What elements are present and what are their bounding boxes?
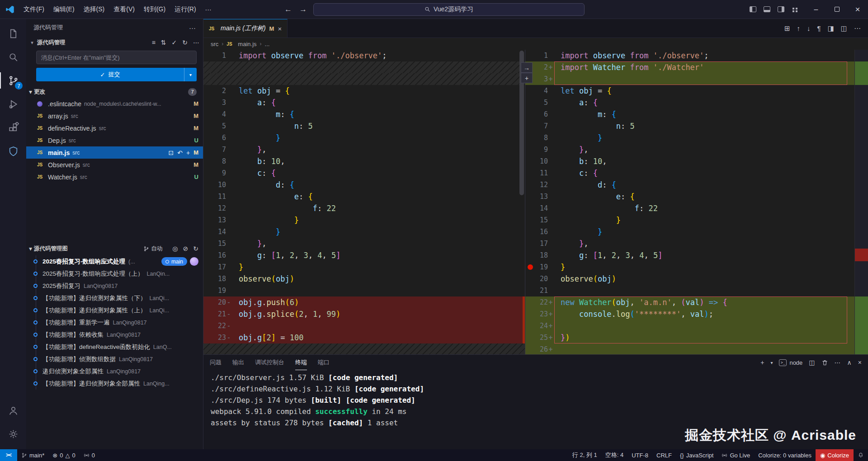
panel-tab-active[interactable]: 终端 — [295, 355, 307, 370]
commit-row[interactable]: 2025春招复习-数组响应式处理（上）LanQin... — [26, 268, 203, 280]
extensions-icon[interactable] — [0, 116, 26, 139]
diff-next-icon[interactable]: → — [521, 62, 533, 73]
panel-more-icon[interactable]: ⋯ — [835, 359, 841, 366]
scm-file-row[interactable]: JSmain.jssrc⊡↶+M — [26, 146, 203, 159]
menu-item[interactable]: 转到(G) — [139, 4, 170, 14]
code-line[interactable]: 16 g: [1, 2, 3, 4, 5] — [203, 249, 525, 261]
discard-changes-icon[interactable]: ↶ — [177, 149, 183, 156]
toggle-panel-icon[interactable] — [764, 6, 770, 12]
run-debug-icon[interactable] — [0, 92, 26, 116]
toggle-sidebar-icon[interactable] — [750, 6, 756, 12]
code-line[interactable]: 7 }, — [203, 144, 525, 155]
maximize-button[interactable] — [826, 0, 847, 19]
commit-dropdown-icon[interactable]: ▾ — [184, 68, 197, 81]
code-line[interactable]: 2let obj = { — [203, 85, 525, 97]
code-line[interactable]: 3 a: { — [203, 97, 525, 108]
code-line[interactable]: 12 d: { — [525, 179, 868, 191]
code-line[interactable]: 23-obj.g[2] = 100 — [203, 332, 525, 343]
remote-indicator[interactable]: >< — [0, 449, 17, 461]
code-line[interactable]: 16 } — [525, 226, 868, 238]
more-actions-icon[interactable]: ⋯ — [854, 24, 861, 33]
menu-item[interactable]: 编辑(E) — [49, 4, 79, 14]
panel-collapse-icon[interactable]: ∧ — [847, 359, 852, 366]
graph-auto-button[interactable]: 自动 — [143, 245, 162, 253]
commit-button[interactable]: ✓ 提交 ▾ — [36, 68, 197, 81]
back-icon[interactable]: ← — [283, 5, 293, 14]
graph-section-header[interactable]: ▾ 源代码管理图 自动 ◎⊘↻ — [26, 242, 203, 255]
code-line[interactable]: 21-obj.g.splice(2, 1, 99) — [203, 308, 525, 320]
command-center-search[interactable]: Vue2源码学习 — [313, 3, 585, 16]
code-line[interactable]: 1import observe from './observe'; — [525, 50, 868, 61]
go-live-button[interactable]: Go Live — [717, 449, 754, 461]
code-line[interactable]: 17} — [203, 261, 525, 273]
code-line[interactable]: 19 — [203, 285, 525, 296]
diff-modified-pane[interactable]: 1import observe from './observe';2+impor… — [525, 50, 868, 354]
encoding[interactable]: UTF-8 — [627, 449, 652, 461]
code-line[interactable]: 19} — [525, 261, 868, 273]
indentation[interactable]: 空格: 4 — [601, 449, 627, 461]
menu-more-icon[interactable]: ··· — [202, 4, 215, 15]
code-line[interactable]: 10 b: 10, — [525, 155, 868, 167]
commit-row[interactable]: 【功能新增】defineReactive函数初始化LanQ... — [26, 341, 203, 353]
source-control-icon[interactable]: 7 — [0, 69, 26, 92]
open-preview-icon[interactable]: ◨ — [828, 24, 834, 33]
split-editor-icon[interactable]: ◫ — [841, 24, 847, 33]
code-line[interactable]: 22+new Watcher(obj, 'a.m.n', (val) => { — [525, 296, 868, 308]
commit-row[interactable]: 2025春招复习-数组响应式处理(...main — [26, 255, 203, 268]
code-line[interactable]: 21 — [525, 285, 868, 296]
kill-terminal-icon[interactable] — [821, 359, 828, 366]
commit-row[interactable]: 【功能新增】侦测数组数据LanQing0817 — [26, 353, 203, 365]
colorize-button[interactable]: ◉ Colorize — [816, 449, 854, 461]
notifications-bell[interactable] — [854, 449, 868, 461]
commit-row[interactable]: 2025春招复习LanQing0817 — [26, 280, 203, 292]
code-line[interactable]: 9 c: { — [203, 167, 525, 179]
panel-tab-item[interactable]: 调试控制台 — [255, 355, 284, 370]
cursor-position[interactable]: 行 2, 列 1 — [568, 449, 601, 461]
next-change-icon[interactable]: ↓ — [807, 24, 811, 32]
commit-row[interactable]: 【功能新增】递归侦测对象属性（下）LanQi... — [26, 292, 203, 304]
scm-file-row[interactable]: JSWatcher.jssrcU — [26, 171, 203, 183]
code-line[interactable]: 20-obj.g.push(6) — [203, 296, 525, 308]
code-line[interactable]: 25+}) — [525, 332, 868, 343]
branch-status[interactable]: main* — [17, 449, 48, 461]
code-line[interactable]: 5 a: { — [525, 97, 868, 108]
forward-icon[interactable]: → — [298, 5, 308, 14]
commit-message-input[interactable] — [36, 51, 197, 64]
code-line[interactable]: 23+ console.log('********', val); — [525, 308, 868, 320]
code-line[interactable]: 14 f: 22 — [525, 202, 868, 214]
code-line[interactable]: 1import observe from './observe'; — [203, 50, 525, 61]
code-line[interactable]: 2+import Watcher from './Watcher' — [525, 61, 868, 73]
code-line[interactable]: 26+ — [525, 343, 868, 354]
panel-tab-item[interactable]: 输出 — [232, 355, 244, 370]
code-line[interactable]: 7 n: 5 — [525, 120, 868, 132]
code-line[interactable]: 6 m: { — [525, 108, 868, 120]
new-terminal-icon[interactable]: + — [760, 359, 764, 366]
code-line[interactable]: 14 } — [203, 226, 525, 238]
panel-close-icon[interactable]: × — [858, 359, 862, 366]
panel-tab-item[interactable]: 问题 — [210, 355, 222, 370]
breadcrumb[interactable]: src › JS main.js › ... — [203, 38, 868, 50]
language-mode[interactable]: {} JavaScript — [676, 449, 717, 461]
minimize-button[interactable]: – — [806, 0, 826, 19]
code-line[interactable]: 10 d: { — [203, 179, 525, 191]
code-line[interactable]: 4 m: { — [203, 108, 525, 120]
code-line[interactable]: 15 }, — [203, 238, 525, 249]
terminal-dropdown-icon[interactable]: ▾ — [770, 360, 773, 365]
eol[interactable]: CRLF — [652, 449, 676, 461]
code-line[interactable]: 22- — [203, 320, 525, 332]
explorer-icon[interactable] — [0, 22, 26, 45]
toggle-secondary-sidebar-icon[interactable] — [778, 6, 784, 12]
code-line[interactable]: 6 } — [203, 132, 525, 144]
refresh-icon[interactable]: ↻ — [182, 39, 188, 46]
scm-file-row[interactable]: .eslintcachenode_modules\.cache\eslint-w… — [26, 98, 203, 110]
commit-row[interactable]: 【功能新增】递归侦测对象属性（上）LanQi... — [26, 304, 203, 316]
previous-change-icon[interactable]: ↑ — [797, 24, 801, 32]
code-line[interactable]: 13 e: { — [525, 191, 868, 202]
refresh-graph-icon[interactable]: ↻ — [193, 245, 198, 252]
close-button[interactable]: × — [847, 0, 868, 19]
panel-tab-item[interactable]: 端口 — [318, 355, 330, 370]
open-file-icon[interactable]: ⊡ — [169, 149, 174, 156]
colorize-variables[interactable]: Colorize: 0 variables — [754, 449, 816, 461]
diff-stage-icon[interactable]: + — [521, 73, 533, 83]
scm-file-row[interactable]: JSDep.jssrcU — [26, 134, 203, 146]
